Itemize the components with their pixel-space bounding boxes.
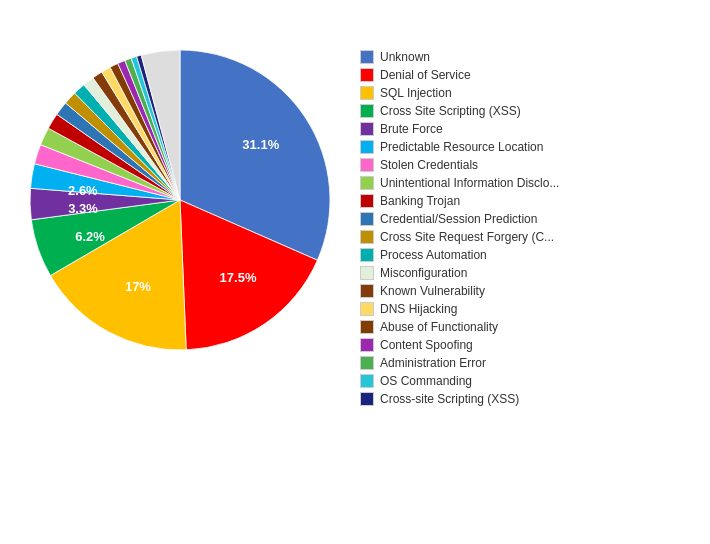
legend-color-box xyxy=(360,158,374,172)
legend-label: Administration Error xyxy=(380,356,486,370)
legend-label: OS Commanding xyxy=(380,374,472,388)
legend-color-box xyxy=(360,356,374,370)
pie-label: 17% xyxy=(125,279,151,294)
legend-item: Content Spoofing xyxy=(360,338,559,352)
legend-item: Cross Site Scripting (XSS) xyxy=(360,104,559,118)
legend-label: Denial of Service xyxy=(380,68,471,82)
legend-label: Unknown xyxy=(380,50,430,64)
legend-label: Process Automation xyxy=(380,248,487,262)
chart-container: 31.1%17.5%17%6.2%3.3%2.6% UnknownDenial … xyxy=(20,40,690,406)
legend-color-box xyxy=(360,176,374,190)
legend-color-box xyxy=(360,230,374,244)
legend-color-box xyxy=(360,266,374,280)
legend-label: Cross Site Scripting (XSS) xyxy=(380,104,521,118)
legend-label: Content Spoofing xyxy=(380,338,473,352)
legend-color-box xyxy=(360,320,374,334)
legend-color-box xyxy=(360,104,374,118)
legend-color-box xyxy=(360,50,374,64)
legend-item: Denial of Service xyxy=(360,68,559,82)
legend-label: Cross Site Request Forgery (C... xyxy=(380,230,554,244)
legend-label: Unintentional Information Disclo... xyxy=(380,176,559,190)
legend-label: Known Vulnerability xyxy=(380,284,485,298)
legend-color-box xyxy=(360,140,374,154)
legend-label: Abuse of Functionality xyxy=(380,320,498,334)
legend-item: Cross Site Request Forgery (C... xyxy=(360,230,559,244)
legend-item: Unintentional Information Disclo... xyxy=(360,176,559,190)
legend-label: Brute Force xyxy=(380,122,443,136)
legend-label: DNS Hijacking xyxy=(380,302,457,316)
pie-label: 3.3% xyxy=(68,201,98,216)
legend-label: Predictable Resource Location xyxy=(380,140,543,154)
legend-item: Brute Force xyxy=(360,122,559,136)
legend-item: Process Automation xyxy=(360,248,559,262)
legend-color-box xyxy=(360,284,374,298)
legend-item: Cross-site Scripting (XSS) xyxy=(360,392,559,406)
legend-label: Banking Trojan xyxy=(380,194,460,208)
pie-label: 2.6% xyxy=(68,183,98,198)
legend-label: Cross-site Scripting (XSS) xyxy=(380,392,519,406)
legend-color-box xyxy=(360,374,374,388)
legend-item: DNS Hijacking xyxy=(360,302,559,316)
legend-color-box xyxy=(360,122,374,136)
legend-color-box xyxy=(360,86,374,100)
pie-chart: 31.1%17.5%17%6.2%3.3%2.6% xyxy=(20,40,340,360)
legend-item: Administration Error xyxy=(360,356,559,370)
legend-item: Credential/Session Prediction xyxy=(360,212,559,226)
legend-item: Banking Trojan xyxy=(360,194,559,208)
legend-item: OS Commanding xyxy=(360,374,559,388)
legend-color-box xyxy=(360,212,374,226)
legend-item: Predictable Resource Location xyxy=(360,140,559,154)
legend-item: Abuse of Functionality xyxy=(360,320,559,334)
legend-item: Unknown xyxy=(360,50,559,64)
legend-label: Misconfiguration xyxy=(380,266,467,280)
pie-label: 6.2% xyxy=(75,229,105,244)
legend-color-box xyxy=(360,194,374,208)
legend-item: SQL Injection xyxy=(360,86,559,100)
legend-item: Known Vulnerability xyxy=(360,284,559,298)
legend-label: Stolen Credentials xyxy=(380,158,478,172)
pie-label: 17.5% xyxy=(220,270,257,285)
legend-item: Misconfiguration xyxy=(360,266,559,280)
legend-label: Credential/Session Prediction xyxy=(380,212,537,226)
legend-label: SQL Injection xyxy=(380,86,452,100)
legend: UnknownDenial of ServiceSQL InjectionCro… xyxy=(360,50,559,406)
legend-color-box xyxy=(360,392,374,406)
legend-color-box xyxy=(360,68,374,82)
legend-color-box xyxy=(360,248,374,262)
pie-label: 31.1% xyxy=(242,137,279,152)
legend-color-box xyxy=(360,302,374,316)
legend-item: Stolen Credentials xyxy=(360,158,559,172)
legend-color-box xyxy=(360,338,374,352)
